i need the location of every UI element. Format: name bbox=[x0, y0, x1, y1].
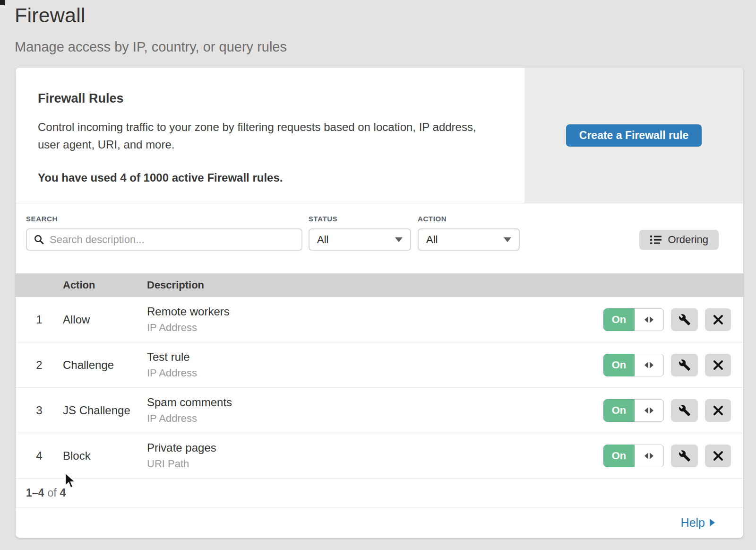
pagination-range: 1–4 bbox=[26, 487, 44, 499]
rule-controls: On bbox=[603, 445, 731, 467]
create-rule-panel: Create a Firewall rule bbox=[524, 68, 743, 203]
rules-usage-count: You have used 4 of 1000 active Firewall … bbox=[38, 171, 506, 184]
status-label: STATUS bbox=[309, 215, 337, 223]
header-action-column: Action bbox=[63, 279, 147, 291]
status-select[interactable]: All bbox=[309, 228, 411, 251]
ordering-button[interactable]: Ordering bbox=[639, 230, 719, 250]
page-subtitle: Manage access by IP, country, or query r… bbox=[15, 39, 756, 55]
rules-description: Control incoming traffic to your zone by… bbox=[38, 118, 487, 153]
rule-priority-number: 2 bbox=[16, 358, 63, 372]
pagination-total: 4 bbox=[60, 487, 66, 499]
help-link-label: Help bbox=[681, 516, 705, 530]
rule-controls: On bbox=[603, 308, 731, 331]
delete-rule-button[interactable] bbox=[705, 354, 731, 376]
search-box[interactable] bbox=[26, 228, 302, 251]
rule-match-field: URI Path bbox=[147, 458, 603, 470]
rule-description: Spam comments bbox=[147, 396, 603, 409]
rule-enabled-toggle[interactable]: On bbox=[603, 354, 664, 376]
arrow-left-icon bbox=[644, 316, 648, 323]
action-label: ACTION bbox=[418, 215, 447, 223]
delete-rule-button[interactable] bbox=[705, 308, 731, 331]
arrow-right-icon bbox=[650, 362, 653, 368]
close-icon bbox=[713, 405, 723, 416]
page-title: Firewall bbox=[15, 4, 756, 27]
wrench-icon bbox=[679, 359, 691, 371]
window-corner-artifact bbox=[0, 0, 5, 5]
delete-rule-button[interactable] bbox=[705, 399, 731, 422]
create-firewall-rule-button[interactable]: Create a Firewall rule bbox=[566, 124, 702, 147]
toggle-on-label[interactable]: On bbox=[603, 308, 635, 331]
arrow-right-icon bbox=[650, 407, 653, 414]
rule-action: Allow bbox=[63, 313, 147, 326]
wrench-icon bbox=[679, 404, 691, 417]
action-select[interactable]: All bbox=[418, 228, 520, 251]
rules-heading: Firewall Rules bbox=[38, 91, 506, 106]
rule-action: Block bbox=[63, 449, 147, 463]
rules-table-body: 1 Allow Remote workers IP Address On bbox=[16, 297, 743, 479]
rule-action: Challenge bbox=[63, 358, 147, 372]
close-icon bbox=[713, 314, 723, 325]
rule-description: Remote workers bbox=[147, 305, 603, 318]
rule-description-cell: Spam comments IP Address bbox=[147, 396, 603, 425]
close-icon bbox=[713, 360, 723, 370]
edit-rule-button[interactable] bbox=[671, 399, 698, 422]
toggle-on-label[interactable]: On bbox=[603, 354, 635, 376]
ordering-button-label: Ordering bbox=[668, 234, 708, 246]
edit-rule-button[interactable] bbox=[671, 354, 698, 376]
toggle-handle[interactable] bbox=[635, 354, 664, 376]
rule-controls: On bbox=[603, 354, 731, 376]
toggle-on-label[interactable]: On bbox=[603, 445, 635, 467]
table-row: 2 Challenge Test rule IP Address On bbox=[16, 342, 743, 388]
rule-priority-number: 1 bbox=[16, 313, 63, 326]
table-row: 4 Block Private pages URI Path On bbox=[16, 433, 743, 479]
chevron-down-icon bbox=[504, 237, 511, 242]
arrow-left-icon bbox=[644, 362, 648, 368]
ordered-list-icon bbox=[650, 234, 662, 245]
header-description-column: Description bbox=[147, 279, 743, 291]
rule-match-field: IP Address bbox=[147, 367, 603, 379]
rule-description: Test rule bbox=[147, 350, 603, 364]
rules-table-header: Action Description bbox=[16, 273, 743, 297]
filter-section: SEARCH STATUS All ACTION All Ordering bbox=[16, 203, 743, 273]
wrench-icon bbox=[679, 314, 691, 326]
search-input[interactable] bbox=[50, 234, 295, 246]
toggle-handle[interactable] bbox=[635, 445, 664, 467]
wrench-icon bbox=[679, 450, 691, 462]
search-label: SEARCH bbox=[26, 215, 58, 223]
toggle-handle[interactable] bbox=[635, 308, 664, 331]
rule-enabled-toggle[interactable]: On bbox=[603, 445, 664, 467]
toggle-on-label[interactable]: On bbox=[603, 399, 635, 422]
arrow-left-icon bbox=[644, 407, 648, 414]
arrow-right-icon bbox=[710, 519, 715, 526]
rule-enabled-toggle[interactable]: On bbox=[603, 308, 664, 331]
rule-description-cell: Remote workers IP Address bbox=[147, 305, 603, 334]
rules-intro-section: Firewall Rules Control incoming traffic … bbox=[16, 68, 743, 203]
help-link[interactable]: Help bbox=[681, 516, 715, 530]
delete-rule-button[interactable] bbox=[705, 445, 731, 467]
arrow-left-icon bbox=[644, 453, 648, 459]
rule-controls: On bbox=[603, 399, 731, 422]
edit-rule-button[interactable] bbox=[671, 308, 698, 331]
rule-enabled-toggle[interactable]: On bbox=[603, 399, 664, 422]
firewall-rules-card: Firewall Rules Control incoming traffic … bbox=[16, 68, 743, 538]
search-icon bbox=[34, 234, 45, 245]
status-select-value: All bbox=[317, 234, 328, 246]
arrow-right-icon bbox=[650, 453, 653, 459]
table-row: 3 JS Challenge Spam comments IP Address … bbox=[16, 388, 743, 433]
rule-match-field: IP Address bbox=[147, 412, 603, 425]
table-row: 1 Allow Remote workers IP Address On bbox=[16, 297, 743, 342]
rule-description: Private pages bbox=[147, 441, 603, 454]
action-select-value: All bbox=[426, 234, 438, 246]
arrow-right-icon bbox=[650, 316, 653, 323]
rules-intro-text: Firewall Rules Control incoming traffic … bbox=[16, 68, 524, 203]
page-header: Firewall Manage access by IP, country, o… bbox=[0, 0, 756, 55]
rule-match-field: IP Address bbox=[147, 322, 603, 334]
toggle-handle[interactable] bbox=[635, 399, 664, 422]
rule-description-cell: Test rule IP Address bbox=[147, 350, 603, 379]
rule-priority-number: 4 bbox=[16, 449, 63, 463]
rule-description-cell: Private pages URI Path bbox=[147, 441, 603, 470]
rule-priority-number: 3 bbox=[16, 404, 63, 417]
pagination-of: of bbox=[47, 487, 56, 499]
edit-rule-button[interactable] bbox=[671, 445, 698, 467]
chevron-down-icon bbox=[395, 237, 403, 242]
